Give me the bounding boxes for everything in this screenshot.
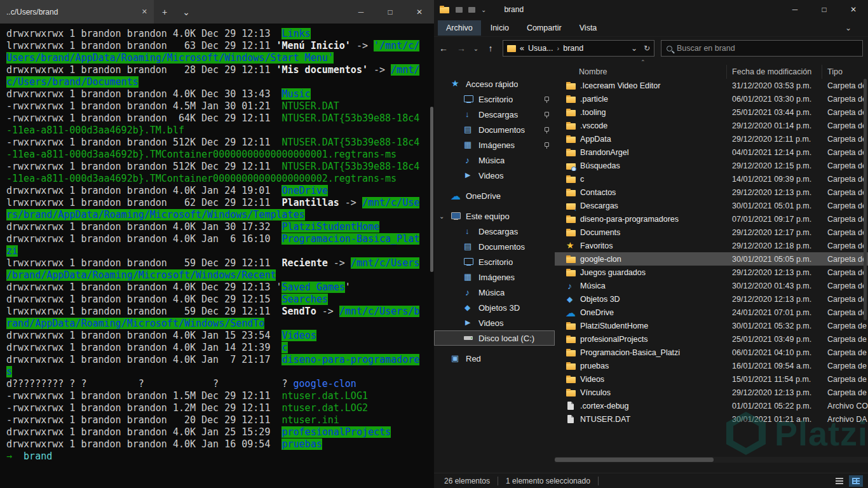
- file-row[interactable]: Música30/12/2020 01:43 p.m.Carpeta de: [555, 279, 868, 292]
- search-box[interactable]: [661, 40, 863, 57]
- maximize-button[interactable]: □: [810, 0, 839, 19]
- close-button[interactable]: ✕: [839, 0, 868, 19]
- tab-close-icon[interactable]: ✕: [142, 8, 147, 16]
- qat-button-2[interactable]: [468, 7, 475, 13]
- sidebar-item-disco-local-c-[interactable]: Disco local (C:): [434, 330, 555, 346]
- sidebar-item-red[interactable]: Red: [434, 351, 555, 366]
- file-row[interactable]: Favoritos29/12/2020 12:18 p.m.Carpeta de: [555, 239, 868, 252]
- file-row[interactable]: Contactos29/12/2020 12:13 p.m.Carpeta de: [555, 186, 868, 199]
- address-bar[interactable]: « Usua... › brand ⌄ ↻: [503, 40, 654, 57]
- sidebar-item-escritorio[interactable]: Escritorio: [434, 254, 555, 269]
- file-row[interactable]: .particle06/01/2021 03:30 p.m.Carpeta de: [555, 92, 868, 105]
- sidebar-item-descargas[interactable]: Descargas: [434, 107, 555, 122]
- sidebar-item-m-sica[interactable]: Música: [434, 285, 555, 300]
- terminal-line: drwxrwxrwx 1 brandon brandon 4.0K Jan 14…: [6, 342, 434, 354]
- file-list-pane: ⌃ Nombre Fecha de modificación Tipo .Ice…: [555, 60, 868, 474]
- history-chevron-icon[interactable]: ⌄: [471, 45, 481, 52]
- folder-icon: [566, 147, 576, 158]
- pin-icon: [543, 111, 550, 118]
- sidebar-item-descargas[interactable]: Descargas: [434, 224, 555, 239]
- details-view-button[interactable]: [849, 475, 863, 487]
- monitor-icon: [463, 94, 474, 104]
- file-row[interactable]: Documents29/12/2020 12:17 p.m.Carpeta de: [555, 226, 868, 239]
- sidebar-item-im-genes[interactable]: Imágenes: [434, 137, 555, 152]
- file-row[interactable]: Búsquedas29/12/2020 12:15 p.m.Carpeta de: [555, 159, 868, 172]
- breadcrumb-collapsed[interactable]: «: [520, 44, 524, 53]
- file-row[interactable]: Videos15/01/2021 11:54 p.m.Carpeta de: [555, 372, 868, 386]
- sidebar-item-videos[interactable]: Videos: [434, 315, 555, 330]
- sidebar-item-este-equipo[interactable]: ⌄Este equipo: [434, 208, 555, 224]
- file-row[interactable]: BrandonArgel04/01/2021 12:14 p.m.Carpeta…: [555, 146, 868, 159]
- video-icon: [463, 318, 474, 328]
- search-input[interactable]: [677, 44, 857, 53]
- maximize-button[interactable]: □: [376, 0, 405, 24]
- column-header-name[interactable]: ⌃ Nombre: [555, 65, 727, 79]
- column-header-type[interactable]: Tipo: [822, 65, 868, 79]
- chevron-down-icon[interactable]: ⌄: [439, 213, 444, 220]
- file-list: .Icecream Video Editor31/12/2020 03:53 p…: [555, 79, 868, 426]
- file-row[interactable]: OneDrive24/01/2021 07:01 p.m.Carpeta de: [555, 306, 868, 319]
- sidebar-item-videos[interactable]: Videos: [434, 168, 555, 183]
- file-row[interactable]: PlatziStudentHome30/01/2021 05:32 p.m.Ca…: [555, 319, 868, 332]
- qat-chevron-down-icon[interactable]: ⌄: [481, 6, 486, 13]
- file-row[interactable]: Juegos guardados29/12/2020 12:13 p.m.Car…: [555, 266, 868, 279]
- tab-inicio[interactable]: Inicio: [482, 20, 517, 36]
- sidebar-item-onedrive[interactable]: OneDrive: [434, 188, 555, 203]
- breadcrumb-current[interactable]: brand: [563, 44, 583, 53]
- terminal-line: /brand/AppData/Roaming/Microsoft/Windows…: [6, 269, 434, 281]
- address-dropdown-chevron-icon[interactable]: ⌄: [631, 44, 637, 53]
- column-header-date[interactable]: Fecha de modificación: [727, 65, 822, 79]
- file-row[interactable]: profesionalProjects25/01/2021 03:49 p.m.…: [555, 332, 868, 346]
- sidebar-item-label: Acceso rápido: [466, 79, 518, 89]
- file-type: Carpeta de: [822, 255, 868, 264]
- file-row[interactable]: Vínculos29/12/2020 12:13 p.m.Carpeta de: [555, 386, 868, 399]
- file-row[interactable]: AppData29/12/2020 12:11 p.m.Carpeta de: [555, 132, 868, 146]
- vertical-scrollbar[interactable]: [864, 79, 868, 435]
- file-row[interactable]: Objetos 3D29/12/2020 12:13 p.m.Carpeta d…: [555, 292, 868, 306]
- sidebar-item-acceso-r-pido[interactable]: Acceso rápido: [434, 76, 555, 92]
- file-row[interactable]: Programacion-Basica_Platzi06/01/2021 04:…: [555, 346, 868, 359]
- horizontal-scrollbar[interactable]: [555, 457, 868, 463]
- file-row[interactable]: pruebas16/01/2021 09:54 a.m.Carpeta de: [555, 359, 868, 372]
- file-row[interactable]: .tooling25/01/2021 03:44 p.m.Carpeta de: [555, 105, 868, 119]
- file-row[interactable]: NTUSER.DAT30/01/2021 01:21 a.m.Archivo D…: [555, 412, 868, 426]
- up-button[interactable]: ↑: [482, 43, 499, 53]
- sidebar-item-documentos[interactable]: Documentos: [434, 122, 555, 137]
- docs-icon: [463, 241, 474, 252]
- sidebar-item-m-sica[interactable]: Música: [434, 152, 555, 168]
- sidebar-item-escritorio[interactable]: Escritorio: [434, 92, 555, 107]
- tab-archivo[interactable]: Archivo: [438, 20, 481, 36]
- refresh-icon[interactable]: ↻: [644, 44, 650, 53]
- file-row[interactable]: .cortex-debug01/01/2021 05:22 p.m.Archiv…: [555, 399, 868, 412]
- file-row[interactable]: google-clon30/01/2021 05:05 p.m.Carpeta …: [555, 252, 868, 266]
- tab-compartir[interactable]: Compartir: [519, 20, 570, 36]
- minimize-button[interactable]: ─: [780, 0, 810, 19]
- sidebar-item-objetos-3d[interactable]: Objetos 3D: [434, 300, 555, 315]
- file-date: 30/01/2021 01:21 a.m.: [727, 415, 822, 424]
- ribbon-collapse-chevron-icon[interactable]: ⌄: [845, 24, 851, 32]
- file-row[interactable]: diseno-para-programadores07/01/2021 09:1…: [555, 212, 868, 226]
- sidebar-item-im-genes[interactable]: Imágenes: [434, 269, 555, 285]
- file-row[interactable]: Descargas30/01/2021 05:01 p.m.Carpeta de: [555, 199, 868, 212]
- breadcrumb-parent[interactable]: Usua...: [528, 44, 553, 53]
- qat-button-1[interactable]: [456, 7, 463, 13]
- file-type: Carpeta de: [822, 95, 868, 104]
- minimize-button[interactable]: ─: [346, 0, 376, 24]
- terminal-scrollbar[interactable]: [430, 107, 433, 272]
- file-row[interactable]: .Icecream Video Editor31/12/2020 03:53 p…: [555, 79, 868, 92]
- file-row[interactable]: c14/01/2021 09:39 p.m.Carpeta de: [555, 172, 868, 186]
- scrollbar-thumb[interactable]: [864, 79, 867, 320]
- sidebar-item-documentos[interactable]: Documentos: [434, 239, 555, 254]
- file-date: 29/12/2020 12:15 p.m.: [727, 161, 822, 170]
- back-button[interactable]: ←: [435, 43, 452, 53]
- terminal-tab[interactable]: ..c/Users/brand ✕: [0, 0, 154, 24]
- file-row[interactable]: .vscode29/12/2020 01:14 p.m.Carpeta de: [555, 119, 868, 132]
- list-view-button[interactable]: [832, 475, 846, 487]
- new-tab-button[interactable]: +: [154, 0, 175, 24]
- tab-dropdown-button[interactable]: ⌄: [175, 0, 197, 24]
- close-button[interactable]: ✕: [405, 0, 434, 24]
- forward-button[interactable]: →: [453, 43, 470, 53]
- tab-vista[interactable]: Vista: [571, 20, 606, 36]
- scrollbar-thumb[interactable]: [555, 458, 714, 462]
- terminal-line: -rwxrwxrwx 1 brandon brandon 512K Dec 29…: [6, 161, 434, 173]
